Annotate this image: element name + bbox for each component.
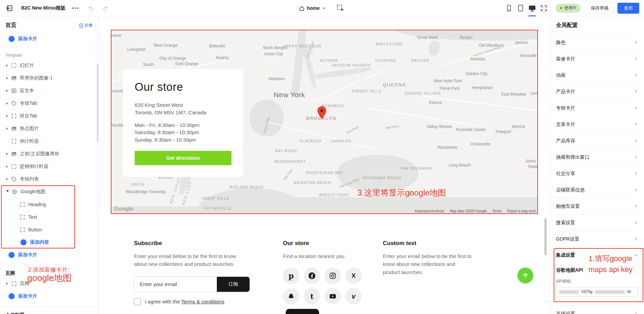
expand-arrow-icon[interactable]: [6, 127, 8, 130]
settings-item[interactable]: GDPR设置: [556, 231, 638, 247]
add-content-label: 添加内容: [30, 239, 49, 245]
sidebar-item[interactable]: 组合Tab: [0, 110, 98, 122]
store-hours-line: Saturday, 8:30am - 10:30pm: [135, 129, 231, 136]
sidebar-item[interactable]: 专辑Tab: [0, 97, 98, 110]
pinterest-icon[interactable]: p: [283, 268, 299, 284]
desktop-icon[interactable]: [526, 0, 538, 16]
settings-item[interactable]: 购物车设置: [556, 198, 638, 215]
map-attribution-link[interactable]: Report a map error: [507, 209, 536, 213]
settings-item-label: 文章卡片: [556, 122, 575, 128]
sidebar-subitem[interactable]: Heading: [0, 198, 98, 211]
settings-item-label: 产品卡片: [556, 89, 575, 95]
select-tool-icon[interactable]: [336, 3, 345, 13]
email-input[interactable]: [134, 277, 217, 292]
settings-item[interactable]: 装修卡片: [556, 51, 638, 67]
settings-item[interactable]: 产品库存: [556, 133, 638, 149]
sidebar-item[interactable]: 热点图片: [0, 122, 98, 135]
scroll-top-button[interactable]: [518, 268, 533, 283]
settings-item[interactable]: 动画: [556, 67, 638, 84]
expand-arrow-icon[interactable]: [6, 153, 8, 155]
expand-arrow-icon[interactable]: [6, 115, 8, 117]
section-title-home: 首页: [5, 22, 16, 29]
our-store-text: Find a location nearest you.: [283, 252, 385, 260]
facebook-icon[interactable]: [304, 268, 320, 284]
more-menu-icon[interactable]: •••: [71, 3, 80, 13]
vimeo-icon[interactable]: v: [345, 288, 362, 304]
map-marker-icon[interactable]: [317, 106, 326, 120]
tumblr-icon[interactable]: t: [304, 288, 320, 304]
redo-icon[interactable]: [101, 3, 110, 13]
fullscreen-icon[interactable]: [538, 0, 550, 16]
sidebar-subitem[interactable]: Text: [0, 211, 98, 223]
sidebar-item[interactable]: Google地图: [0, 185, 98, 198]
settings-item[interactable]: 颜色: [556, 34, 638, 51]
settings-item[interactable]: 产品卡片: [556, 84, 638, 100]
map-place-label: BAYSIDE: [411, 59, 429, 62]
water-area: [428, 40, 441, 56]
terms-checkbox[interactable]: [134, 298, 141, 305]
x-icon[interactable]: X: [345, 268, 362, 284]
youtube-icon[interactable]: [325, 288, 341, 304]
footer-store-column: Our store Find a location nearest you. p…: [283, 240, 385, 304]
save-draft-button[interactable]: 保存草稿: [585, 3, 614, 14]
page-selector[interactable]: home: [299, 5, 325, 11]
map-place-label: QUEENS: [383, 82, 406, 87]
subscribe-button[interactable]: 订阅: [217, 277, 250, 292]
expand-arrow-icon[interactable]: [6, 77, 8, 80]
add-card-button-footer[interactable]: + 添加卡片: [0, 290, 98, 302]
brackets-icon: [20, 202, 25, 207]
api-key-input[interactable]: Vlt7by M: [556, 287, 638, 297]
sidebar-item[interactable]: 专辑列表: [0, 173, 98, 185]
exit-icon[interactable]: [5, 3, 14, 13]
settings-item-label: 专辑卡片: [556, 105, 575, 111]
sidebar-item[interactable]: 富文本: [0, 84, 98, 97]
sidebar-item-label: 热点图片: [20, 126, 39, 132]
global-config-title: 全局配置: [556, 16, 638, 34]
settings-item-advanced[interactable]: 高级设置: [556, 306, 638, 314]
sidebar-subitem[interactable]: Button: [0, 223, 98, 236]
add-card-button-template[interactable]: +添加卡片: [0, 248, 98, 261]
expand-arrow-icon[interactable]: [6, 282, 8, 285]
settings-item[interactable]: 社交分享: [556, 166, 638, 182]
expand-arrow-icon[interactable]: [6, 102, 8, 105]
settings-item[interactable]: 店铺联系信息: [556, 182, 638, 198]
preview-canvas: t HanoverWest OrangeLivingstonBelleville…: [99, 16, 550, 314]
preview-scrollbar[interactable]: [544, 218, 546, 255]
tablet-icon[interactable]: [515, 0, 526, 16]
sidebar-item[interactable]: 幻灯片: [0, 59, 98, 72]
settings-item[interactable]: 专辑卡片: [556, 100, 638, 116]
snapchat-icon[interactable]: [283, 288, 299, 304]
google-map[interactable]: t HanoverWest OrangeLivingstonBelleville…: [111, 30, 538, 214]
instagram-icon[interactable]: [325, 268, 341, 284]
expand-arrow-icon[interactable]: [6, 64, 8, 67]
sidebar-item[interactable]: 带滑块的图像-1: [0, 72, 98, 84]
map-place-label: BENSONHURST: [274, 160, 306, 163]
sidebar-scrollbar[interactable]: [97, 64, 98, 142]
add-card-button-top[interactable]: + 添加卡片: [0, 32, 98, 45]
sidebar-item-label: 之前/之后图像滑块: [20, 151, 59, 157]
settings-item[interactable]: 搜索设置: [556, 215, 638, 231]
add-content-button[interactable]: +添加内容: [0, 236, 98, 248]
settings-item[interactable]: 抽屉和弹出窗口: [556, 149, 638, 166]
collapse-button[interactable]: 折叠: [79, 23, 93, 28]
publish-button[interactable]: 发布: [617, 3, 639, 14]
mobile-icon[interactable]: [503, 0, 515, 16]
get-directions-button[interactable]: Get directions: [135, 151, 231, 165]
map-place-label: ISELIN: [131, 183, 145, 186]
expand-arrow-icon[interactable]: [6, 178, 8, 181]
sidebar-item[interactable]: 倒计时器: [0, 135, 98, 147]
undo-icon[interactable]: [86, 3, 95, 13]
terms-link[interactable]: Terms & conditions: [181, 299, 224, 304]
map-attribution-link[interactable]: Terms: [492, 209, 501, 213]
sidebar-item-label: 促销倒计时器: [20, 163, 48, 170]
expand-arrow-icon[interactable]: [6, 190, 9, 194]
global-config-link[interactable]: 全局配置: [0, 308, 98, 314]
brackets-icon: [20, 214, 25, 220]
sidebar-item[interactable]: 促销倒计时器: [0, 160, 98, 173]
expand-arrow-icon[interactable]: [6, 89, 8, 92]
settings-item[interactable]: 文章卡片: [556, 116, 638, 133]
expand-arrow-icon[interactable]: [6, 165, 8, 168]
map-attribution-link[interactable]: Map data ©2025 Google: [450, 209, 487, 213]
sidebar-item[interactable]: 之前/之后图像滑块: [0, 147, 98, 160]
map-place-label: West Orange: [153, 43, 177, 48]
